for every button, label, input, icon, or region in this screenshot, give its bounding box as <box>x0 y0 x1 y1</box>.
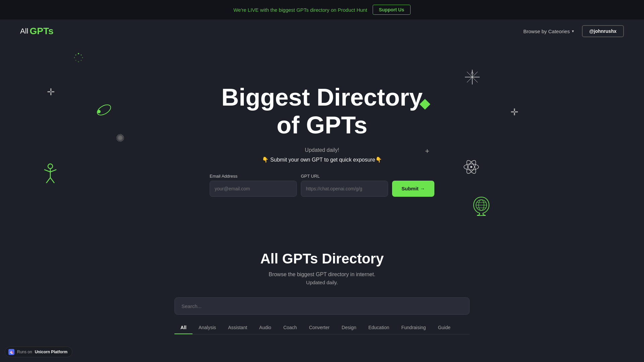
category-tabs: AllAnalysisAssistantAudioCoachConverterD… <box>174 321 470 335</box>
starburst-deco <box>465 70 480 84</box>
category-tab-guide[interactable]: Guide <box>432 321 457 334</box>
browse-button[interactable]: Browse by Cateories <box>523 28 574 34</box>
svg-point-5 <box>75 60 76 61</box>
svg-line-13 <box>50 170 56 172</box>
logo-all-text: All <box>20 27 28 36</box>
atom-deco <box>463 159 480 175</box>
directory-section: All GPTs Directory Browse the biggest GP… <box>0 231 644 348</box>
unicorn-deco <box>37 160 64 187</box>
spinner-deco <box>74 53 83 62</box>
svg-point-28 <box>479 200 484 210</box>
category-tab-analysis[interactable]: Analysis <box>193 321 222 334</box>
top-banner: We're LIVE with the biggest GPTs directo… <box>0 0 644 19</box>
url-group: GPT URL <box>301 174 388 197</box>
logo-gpts-text: GPTs <box>30 26 53 37</box>
category-tab-assistant[interactable]: Assistant <box>222 321 253 334</box>
svg-line-21 <box>471 71 472 74</box>
svg-point-8 <box>96 103 112 117</box>
hex-deco: ✺ <box>116 132 125 144</box>
plus-right-deco: ✛ <box>511 107 518 118</box>
category-tab-education[interactable]: Education <box>362 321 395 334</box>
svg-point-4 <box>78 61 79 62</box>
category-tab-converter[interactable]: Converter <box>303 321 335 334</box>
plus-sm-deco: + <box>425 147 429 156</box>
directory-updated: Updated daily. <box>306 280 338 285</box>
svg-line-15 <box>50 178 54 183</box>
support-button[interactable]: Support Us <box>373 5 411 15</box>
svg-point-26 <box>470 166 472 168</box>
hero-updated: Updated daily! <box>305 147 339 153</box>
plus-left-deco: ✛ <box>47 86 55 98</box>
directory-title: All GPTs Directory <box>260 251 384 267</box>
url-label: GPT URL <box>301 174 388 179</box>
svg-line-19 <box>467 72 478 82</box>
svg-point-27 <box>476 200 487 210</box>
globe-head-deco <box>470 194 493 217</box>
submit-button[interactable]: Submit → <box>392 181 434 197</box>
directory-desc: Browse the biggest GPT directory in inte… <box>269 272 375 278</box>
hero-section: ✛ ✺ ✛ + <box>0 43 644 231</box>
orbit-deco <box>96 102 112 118</box>
navbar: All GPTs Browse by Cateories @johnrushx <box>0 19 644 43</box>
category-tab-audio[interactable]: Audio <box>253 321 277 334</box>
svg-point-6 <box>74 57 75 58</box>
svg-line-14 <box>46 178 50 183</box>
svg-point-0 <box>78 53 79 54</box>
svg-point-24 <box>465 159 478 175</box>
email-label: Email Address <box>210 174 297 179</box>
nav-right: Browse by Cateories @johnrushx <box>523 25 624 37</box>
category-tab-coach[interactable]: Coach <box>277 321 303 334</box>
svg-line-20 <box>472 71 474 74</box>
user-button[interactable]: @johnrushx <box>582 25 624 37</box>
svg-line-12 <box>44 170 50 172</box>
logo[interactable]: All GPTs <box>20 26 54 37</box>
hero-title-line2: of GPTs <box>277 112 368 138</box>
banner-text: We're LIVE with the biggest GPTs directo… <box>233 7 367 13</box>
svg-point-1 <box>81 55 82 56</box>
hero-title: Biggest Directory of GPTs <box>221 83 423 139</box>
email-input[interactable] <box>210 181 297 197</box>
submit-form: Email Address GPT URL Submit → <box>210 174 434 197</box>
svg-point-10 <box>48 164 53 169</box>
email-group: Email Address <box>210 174 297 197</box>
svg-point-2 <box>82 57 83 58</box>
svg-point-25 <box>465 159 478 175</box>
category-tab-fundraising[interactable]: Fundraising <box>395 321 432 334</box>
svg-point-3 <box>81 60 82 61</box>
unicorn-logo-icon: 🦄 <box>8 349 14 355</box>
category-tab-design[interactable]: Design <box>336 321 363 334</box>
url-input[interactable] <box>301 181 388 197</box>
svg-line-18 <box>467 72 478 82</box>
search-wrap <box>174 297 470 315</box>
hero-title-line1: Biggest Directory <box>221 84 423 111</box>
runs-on-text: Runs on <box>17 350 32 354</box>
svg-point-7 <box>75 55 76 56</box>
svg-point-23 <box>464 164 479 170</box>
hero-cta: 👇 Submit your own GPT to get quick expos… <box>262 157 382 163</box>
svg-point-9 <box>97 110 101 113</box>
unicorn-badge: 🦄 Runs on Unicorn Platform <box>5 347 72 357</box>
search-input[interactable] <box>174 297 470 315</box>
platform-text: Unicorn Platform <box>35 350 67 354</box>
category-tab-all[interactable]: All <box>174 321 193 334</box>
